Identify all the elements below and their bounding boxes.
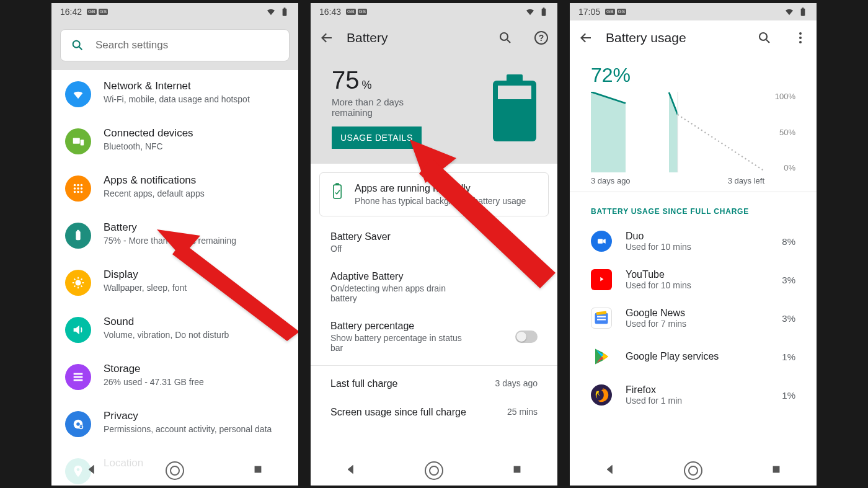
app-usage-list[interactable]: DuoUsed for 10 mins8%YouTubeUsed for 10 … xyxy=(570,222,817,486)
option-subtitle: On/detecting when apps drain battery xyxy=(330,283,467,303)
svg-point-32 xyxy=(500,33,508,40)
status-badge-icon: GB xyxy=(605,9,615,15)
y-label: 0% xyxy=(771,163,795,172)
svg-rect-56 xyxy=(597,316,606,317)
svg-point-13 xyxy=(77,191,79,193)
toggle-switch[interactable] xyxy=(515,331,538,343)
app-usage-row[interactable]: Google NewsUsed for 7 mins3% xyxy=(570,299,817,337)
app-usage-percent: 3% xyxy=(782,313,795,324)
app-usage-percent: 1% xyxy=(782,352,795,362)
setting-row-display[interactable]: DisplayWallpaper, sleep, font xyxy=(51,259,298,306)
setting-row-privacy[interactable]: PrivacyPermissions, account activity, pe… xyxy=(51,400,298,447)
nav-home-button[interactable] xyxy=(425,461,443,480)
option-row[interactable]: Battery percentageShow battery percentag… xyxy=(319,312,549,362)
app-name: YouTube xyxy=(626,269,782,280)
setting-title: Battery xyxy=(104,221,287,234)
settings-list[interactable]: Network & InternetWi-Fi, mobile, data us… xyxy=(51,70,298,486)
option-row[interactable]: Battery SaverOff xyxy=(319,223,549,262)
svg-rect-24 xyxy=(80,427,82,428)
setting-subtitle: Recent apps, default apps xyxy=(104,188,287,199)
back-button[interactable] xyxy=(319,30,334,45)
x-label: 3 days left xyxy=(728,176,764,185)
svg-rect-20 xyxy=(74,379,83,381)
svg-rect-0 xyxy=(283,9,287,16)
battery-settings-screen: 16:43 GB GS Battery ? 75% More than 2 da… xyxy=(311,3,557,486)
nav-back-button[interactable] xyxy=(604,463,616,478)
app-usage-row[interactable]: YouTubeUsed for 10 mins3% xyxy=(570,260,817,299)
info-label: Last full charge xyxy=(330,378,398,389)
search-button[interactable] xyxy=(498,30,513,45)
app-usage-time: Used for 10 mins xyxy=(626,242,782,252)
app-icon xyxy=(591,231,612,252)
svg-point-44 xyxy=(760,33,767,40)
svg-point-7 xyxy=(77,184,79,187)
status-bar: 16:43 GB GS xyxy=(311,3,557,20)
help-button[interactable]: ? xyxy=(534,30,549,45)
nav-home-button[interactable] xyxy=(684,461,702,480)
status-time: 16:42 xyxy=(60,7,82,17)
devices-icon xyxy=(65,128,91,154)
more-button[interactable] xyxy=(793,30,808,45)
apps-status-card[interactable]: Apps are running normally Phone has typi… xyxy=(319,172,549,216)
nav-back-button[interactable] xyxy=(86,463,98,478)
option-row[interactable]: Adaptive BatteryOn/detecting when apps d… xyxy=(319,262,549,312)
setting-title: Network & Internet xyxy=(104,80,287,92)
x-label: 3 days ago xyxy=(591,176,631,185)
setting-row-wifi[interactable]: Network & InternetWi-Fi, mobile, data us… xyxy=(51,70,298,117)
app-usage-row[interactable]: DuoUsed for 10 mins8% xyxy=(570,222,817,260)
status-time: 16:43 xyxy=(319,7,341,17)
current-percentage: 72% xyxy=(591,64,795,87)
svg-text:?: ? xyxy=(539,33,544,43)
search-button[interactable] xyxy=(757,30,772,45)
app-usage-row[interactable]: Google Play services1% xyxy=(570,337,817,376)
search-settings-input[interactable]: Search settings xyxy=(60,29,290,61)
battery-icon xyxy=(539,7,549,17)
apps-icon xyxy=(65,175,91,202)
setting-row-apps[interactable]: Apps & notificationsRecent apps, default… xyxy=(51,164,298,211)
option-subtitle: Show battery percentage in status bar xyxy=(330,333,467,353)
status-badge-icon: GB xyxy=(346,9,356,15)
battery-chart: 100% 50% 0% xyxy=(591,92,795,172)
setting-title: Display xyxy=(104,268,287,281)
setting-subtitle: 26% used - 47.31 GB free xyxy=(104,376,287,388)
svg-rect-69 xyxy=(773,466,779,472)
svg-rect-50 xyxy=(598,239,603,244)
battery-icon xyxy=(798,7,808,17)
status-badge-icon: GS xyxy=(617,9,627,15)
app-usage-time: Used for 10 mins xyxy=(626,280,782,290)
battery-icon xyxy=(65,223,91,249)
wifi-icon xyxy=(784,7,794,17)
setting-subtitle: Permissions, account activity, personal … xyxy=(104,424,287,435)
app-icon xyxy=(591,384,612,406)
app-name: Google News xyxy=(626,308,782,319)
nav-recent-button[interactable] xyxy=(511,463,523,478)
svg-rect-4 xyxy=(73,138,80,144)
nav-home-button[interactable] xyxy=(166,461,184,480)
svg-rect-42 xyxy=(801,9,805,16)
info-value: 3 days ago xyxy=(495,378,538,389)
option-title: Adaptive Battery xyxy=(330,271,538,282)
setting-row-devices[interactable]: Connected devicesBluetooth, NFC xyxy=(51,117,298,164)
back-button[interactable] xyxy=(578,30,593,45)
nav-back-button[interactable] xyxy=(345,463,357,478)
setting-title: Privacy xyxy=(104,410,287,422)
nav-recent-button[interactable] xyxy=(770,463,782,478)
setting-row-battery[interactable]: Battery75% - More than 2 days remaining xyxy=(51,211,298,259)
app-name: Duo xyxy=(626,231,782,242)
card-title: Apps are running normally xyxy=(355,183,526,194)
card-subtitle: Phone has typical background battery usa… xyxy=(355,196,526,206)
battery-summary: 75% More than 2 days remaining USAGE DET… xyxy=(311,55,557,164)
setting-row-sound[interactable]: SoundVolume, vibration, Do not disturb xyxy=(51,306,298,353)
app-icon xyxy=(591,346,612,367)
setting-subtitle: 75% - More than 2 days remaining xyxy=(104,235,287,246)
display-icon xyxy=(65,270,91,296)
svg-rect-1 xyxy=(284,7,286,9)
search-placeholder: Search settings xyxy=(95,39,168,51)
app-usage-row[interactable]: FirefoxUsed for 1 min1% xyxy=(570,376,817,414)
setting-row-storage[interactable]: Storage26% used - 47.31 GB free xyxy=(51,353,298,400)
svg-point-17 xyxy=(75,280,81,285)
nav-recent-button[interactable] xyxy=(252,463,264,478)
usage-details-button[interactable]: USAGE DETAILS xyxy=(332,126,422,149)
svg-point-2 xyxy=(73,41,80,48)
svg-rect-30 xyxy=(542,9,546,16)
